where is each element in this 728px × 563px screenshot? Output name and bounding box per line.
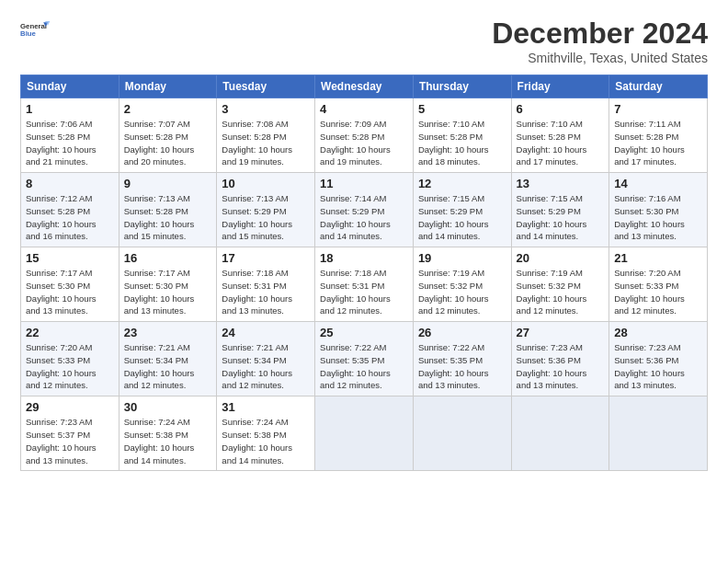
day-cell-16: 16Sunrise: 7:17 AM Sunset: 5:30 PM Dayli… [119, 247, 217, 322]
empty-cell [413, 396, 511, 471]
day-info: Sunrise: 7:24 AM Sunset: 5:38 PM Dayligh… [124, 416, 212, 466]
day-info: Sunrise: 7:16 AM Sunset: 5:30 PM Dayligh… [614, 192, 702, 243]
day-info: Sunrise: 7:15 AM Sunset: 5:29 PM Dayligh… [517, 192, 605, 243]
day-info: Sunrise: 7:06 AM Sunset: 5:28 PM Dayligh… [26, 118, 114, 168]
day-cell-23: 23Sunrise: 7:21 AM Sunset: 5:34 PM Dayli… [119, 322, 217, 396]
day-cell-9: 9Sunrise: 7:13 AM Sunset: 5:28 PM Daylig… [119, 173, 217, 247]
day-number: 6 [517, 102, 605, 116]
day-cell-17: 17Sunrise: 7:18 AM Sunset: 5:31 PM Dayli… [217, 247, 315, 322]
empty-cell [315, 396, 414, 471]
week-row-1: 1Sunrise: 7:06 AM Sunset: 5:28 PM Daylig… [21, 98, 708, 173]
day-number: 29 [26, 400, 114, 414]
weekday-header-saturday: Saturday [609, 75, 708, 98]
day-number: 21 [614, 251, 702, 265]
day-info: Sunrise: 7:23 AM Sunset: 5:36 PM Dayligh… [517, 341, 605, 392]
day-number: 19 [418, 251, 506, 265]
logo: GeneralBlue [20, 17, 53, 42]
day-number: 24 [222, 326, 310, 339]
day-cell-11: 11Sunrise: 7:14 AM Sunset: 5:29 PM Dayli… [315, 173, 414, 247]
day-cell-4: 4Sunrise: 7:09 AM Sunset: 5:28 PM Daylig… [315, 98, 414, 173]
day-number: 11 [320, 177, 408, 190]
weekday-header-monday: Monday [119, 75, 217, 98]
day-cell-8: 8Sunrise: 7:12 AM Sunset: 5:28 PM Daylig… [21, 173, 119, 247]
day-info: Sunrise: 7:19 AM Sunset: 5:32 PM Dayligh… [517, 267, 605, 317]
day-info: Sunrise: 7:19 AM Sunset: 5:32 PM Dayligh… [418, 267, 506, 317]
svg-text:Blue: Blue [20, 29, 37, 38]
day-number: 4 [320, 102, 408, 116]
day-number: 16 [124, 251, 212, 265]
day-info: Sunrise: 7:10 AM Sunset: 5:28 PM Dayligh… [517, 118, 605, 168]
day-info: Sunrise: 7:17 AM Sunset: 5:30 PM Dayligh… [26, 267, 114, 317]
day-info: Sunrise: 7:21 AM Sunset: 5:34 PM Dayligh… [124, 341, 212, 392]
day-cell-13: 13Sunrise: 7:15 AM Sunset: 5:29 PM Dayli… [511, 173, 609, 247]
day-number: 3 [222, 102, 310, 116]
day-info: Sunrise: 7:17 AM Sunset: 5:30 PM Dayligh… [124, 267, 212, 317]
page: GeneralBlue December 2024 Smithville, Te… [0, 0, 728, 563]
weekday-header-tuesday: Tuesday [217, 75, 315, 98]
day-number: 2 [124, 102, 212, 116]
day-number: 15 [26, 251, 114, 265]
day-number: 10 [222, 177, 310, 190]
weekday-header-thursday: Thursday [413, 75, 511, 98]
day-number: 1 [26, 102, 114, 116]
day-info: Sunrise: 7:23 AM Sunset: 5:37 PM Dayligh… [26, 416, 114, 466]
day-cell-18: 18Sunrise: 7:18 AM Sunset: 5:31 PM Dayli… [315, 247, 414, 322]
day-info: Sunrise: 7:07 AM Sunset: 5:28 PM Dayligh… [124, 118, 212, 168]
day-cell-30: 30Sunrise: 7:24 AM Sunset: 5:38 PM Dayli… [119, 396, 217, 471]
day-info: Sunrise: 7:11 AM Sunset: 5:28 PM Dayligh… [614, 118, 702, 168]
location: Smithville, Texas, United States [492, 51, 708, 65]
day-info: Sunrise: 7:10 AM Sunset: 5:28 PM Dayligh… [418, 118, 506, 168]
day-number: 28 [614, 326, 702, 339]
day-info: Sunrise: 7:22 AM Sunset: 5:35 PM Dayligh… [320, 341, 408, 392]
day-cell-1: 1Sunrise: 7:06 AM Sunset: 5:28 PM Daylig… [21, 98, 119, 173]
day-info: Sunrise: 7:12 AM Sunset: 5:28 PM Dayligh… [26, 192, 114, 243]
day-number: 20 [517, 251, 605, 265]
day-cell-24: 24Sunrise: 7:21 AM Sunset: 5:34 PM Dayli… [217, 322, 315, 396]
day-info: Sunrise: 7:15 AM Sunset: 5:29 PM Dayligh… [418, 192, 506, 243]
month-title: December 2024 [492, 17, 708, 51]
day-number: 27 [517, 326, 605, 339]
day-cell-28: 28Sunrise: 7:23 AM Sunset: 5:36 PM Dayli… [609, 322, 708, 396]
day-cell-27: 27Sunrise: 7:23 AM Sunset: 5:36 PM Dayli… [511, 322, 609, 396]
day-info: Sunrise: 7:18 AM Sunset: 5:31 PM Dayligh… [222, 267, 310, 317]
day-number: 14 [614, 177, 702, 190]
day-number: 8 [26, 177, 114, 190]
day-cell-26: 26Sunrise: 7:22 AM Sunset: 5:35 PM Dayli… [413, 322, 511, 396]
empty-cell [511, 396, 609, 471]
day-number: 23 [124, 326, 212, 339]
day-info: Sunrise: 7:13 AM Sunset: 5:28 PM Dayligh… [124, 192, 212, 243]
day-cell-29: 29Sunrise: 7:23 AM Sunset: 5:37 PM Dayli… [21, 396, 119, 471]
day-number: 25 [320, 326, 408, 339]
day-cell-7: 7Sunrise: 7:11 AM Sunset: 5:28 PM Daylig… [609, 98, 708, 173]
day-cell-22: 22Sunrise: 7:20 AM Sunset: 5:33 PM Dayli… [21, 322, 119, 396]
day-number: 7 [614, 102, 702, 116]
day-number: 5 [418, 102, 506, 116]
day-info: Sunrise: 7:20 AM Sunset: 5:33 PM Dayligh… [26, 341, 114, 392]
day-cell-25: 25Sunrise: 7:22 AM Sunset: 5:35 PM Dayli… [315, 322, 414, 396]
day-number: 9 [124, 177, 212, 190]
day-info: Sunrise: 7:08 AM Sunset: 5:28 PM Dayligh… [222, 118, 310, 168]
day-info: Sunrise: 7:22 AM Sunset: 5:35 PM Dayligh… [418, 341, 506, 392]
week-row-4: 22Sunrise: 7:20 AM Sunset: 5:33 PM Dayli… [21, 322, 708, 396]
title-block: December 2024 Smithville, Texas, United … [492, 17, 708, 65]
day-number: 31 [222, 400, 310, 414]
weekday-header-wednesday: Wednesday [315, 75, 414, 98]
day-cell-2: 2Sunrise: 7:07 AM Sunset: 5:28 PM Daylig… [119, 98, 217, 173]
day-info: Sunrise: 7:14 AM Sunset: 5:29 PM Dayligh… [320, 192, 408, 243]
day-cell-20: 20Sunrise: 7:19 AM Sunset: 5:32 PM Dayli… [511, 247, 609, 322]
week-row-5: 29Sunrise: 7:23 AM Sunset: 5:37 PM Dayli… [21, 396, 708, 471]
weekday-header-sunday: Sunday [21, 75, 119, 98]
day-number: 22 [26, 326, 114, 339]
day-number: 13 [517, 177, 605, 190]
day-cell-12: 12Sunrise: 7:15 AM Sunset: 5:29 PM Dayli… [413, 173, 511, 247]
week-row-3: 15Sunrise: 7:17 AM Sunset: 5:30 PM Dayli… [21, 247, 708, 322]
header: GeneralBlue December 2024 Smithville, Te… [20, 17, 708, 65]
day-number: 26 [418, 326, 506, 339]
day-info: Sunrise: 7:23 AM Sunset: 5:36 PM Dayligh… [614, 341, 702, 392]
day-cell-5: 5Sunrise: 7:10 AM Sunset: 5:28 PM Daylig… [413, 98, 511, 173]
day-number: 30 [124, 400, 212, 414]
day-number: 12 [418, 177, 506, 190]
day-cell-3: 3Sunrise: 7:08 AM Sunset: 5:28 PM Daylig… [217, 98, 315, 173]
weekday-header-row: SundayMondayTuesdayWednesdayThursdayFrid… [21, 75, 708, 98]
day-cell-10: 10Sunrise: 7:13 AM Sunset: 5:29 PM Dayli… [217, 173, 315, 247]
